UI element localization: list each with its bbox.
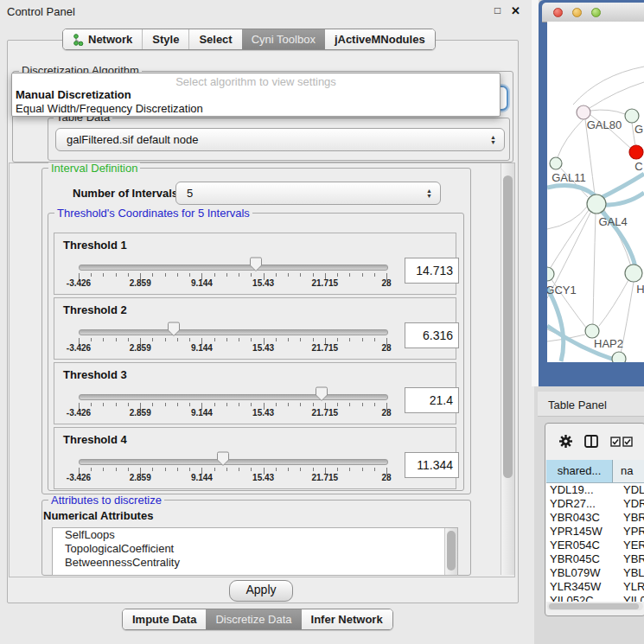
numerical-attributes-list[interactable]: SelfLoopsTopologicalCoefficientBetweenne… [52, 527, 458, 576]
slider-track[interactable] [79, 459, 388, 465]
threshold-panel-1: Threshold 1-3.4262.8599.14415.4321.71528… [54, 233, 456, 295]
table-cell-name[interactable]: YPR1 [615, 525, 644, 539]
bottom-tab-infer-network[interactable]: Infer Network [302, 609, 392, 629]
tab-cyni-toolbox[interactable]: Cyni Toolbox [242, 29, 325, 49]
table-data-combobox-value: galFiltered.sif default node [67, 133, 198, 146]
slider-handle[interactable] [167, 322, 181, 337]
settings-scrollbar-thumb[interactable] [503, 175, 513, 478]
table-cell-shared-name[interactable]: YPR145W [546, 525, 615, 539]
tab-network[interactable]: Network [63, 29, 142, 49]
network-node-h[interactable] [625, 265, 642, 282]
slider-tick-label: 2.859 [130, 408, 151, 418]
table-row[interactable]: YBR045CYBR0 [546, 552, 644, 566]
table-row[interactable]: YDR27...YDR2 [546, 497, 644, 511]
bottom-tab-discretize-data[interactable]: Discretize Data [206, 609, 301, 629]
apply-button[interactable]: Apply [229, 580, 293, 602]
network-node-c[interactable] [629, 145, 643, 159]
attribute-list-item[interactable]: BetweennessCentrality [53, 556, 457, 570]
table-cell-shared-name[interactable]: YER054C [546, 539, 615, 552]
table-cell-name[interactable]: YDL1 [615, 483, 644, 497]
table-row[interactable]: YIL052CYIL0 [546, 594, 644, 602]
network-node-g[interactable] [625, 109, 639, 123]
attributes-list-scrollbar[interactable] [444, 528, 457, 575]
network-edge-thick[interactable] [547, 288, 564, 361]
table-cell-name[interactable]: YLR3 [615, 580, 644, 594]
network-edge-thick[interactable] [547, 186, 596, 196]
table-row[interactable]: YLR345WYLR3 [546, 580, 644, 594]
table-cell-shared-name[interactable]: YLR345W [546, 580, 615, 594]
network-edge[interactable] [590, 82, 644, 108]
table-cell-shared-name[interactable]: YDL19... [546, 483, 615, 497]
network-node-gcy1[interactable] [547, 267, 554, 281]
tab-style[interactable]: Style [142, 29, 188, 49]
attributes-list-scrollbar-thumb[interactable] [447, 531, 456, 571]
threshold-value-field[interactable]: 11.344 [405, 452, 459, 478]
network-edge[interactable] [547, 205, 589, 229]
network-edge[interactable] [590, 110, 625, 114]
network-node-hap2[interactable] [585, 324, 599, 338]
table-cell-name[interactable]: YBR0 [615, 552, 644, 566]
network-edge[interactable] [593, 214, 596, 324]
checkbox-checked-icon[interactable] [622, 437, 633, 447]
attribute-list-item[interactable]: TopologicalCoefficient [53, 542, 457, 556]
slider-handle[interactable] [216, 451, 230, 467]
table-horizontal-scrollbar[interactable] [547, 603, 643, 610]
settings-vertical-scrollbar[interactable] [501, 163, 514, 575]
algorithm-option-0[interactable]: Manual Discretization [12, 88, 500, 102]
table-cell-shared-name[interactable]: YBL079W [546, 566, 615, 580]
split-pane-icon[interactable] [584, 435, 598, 448]
tab-jactivemnodules[interactable]: jActiveMNodules [325, 29, 435, 49]
gear-icon[interactable] [558, 434, 573, 449]
network-edge[interactable] [558, 119, 583, 157]
network-node-gal80[interactable] [577, 105, 590, 119]
tab-select[interactable]: Select [188, 29, 241, 49]
threshold-value-field[interactable]: 21.4 [405, 387, 459, 413]
table-cell-name[interactable]: YER0 [615, 539, 644, 552]
table-data-combobox[interactable]: galFiltered.sif default node ▲▼ [55, 128, 505, 151]
slider-tick [152, 338, 153, 341]
slider-track[interactable] [79, 265, 388, 271]
checkbox-checked-icon[interactable] [610, 437, 621, 447]
number-of-intervals-combobox[interactable]: 5 ▲▼ [175, 182, 441, 205]
table-column-header-shared[interactable]: shared... [546, 460, 613, 482]
table-cell-shared-name[interactable]: YBR045C [546, 552, 615, 566]
threshold-value-field[interactable]: 6.316 [405, 322, 459, 348]
table-row[interactable]: YDL19...YDL1 [546, 483, 644, 497]
slider-tick-label: 15.43 [252, 343, 274, 353]
table-cell-shared-name[interactable]: YDR27... [546, 497, 615, 511]
mac-zoom-icon[interactable] [591, 8, 601, 17]
table-cell-shared-name[interactable]: YIL052C [546, 594, 615, 602]
slider-handle[interactable] [249, 257, 263, 272]
network-node[interactable] [612, 352, 626, 362]
table-column-header-name[interactable]: na [613, 460, 644, 482]
slider-track[interactable] [79, 329, 388, 335]
table-row[interactable]: YER054CYER0 [546, 539, 644, 552]
slider-handle[interactable] [315, 386, 328, 402]
bottom-tab-impute-data[interactable]: Impute Data [123, 609, 206, 629]
network-edge[interactable] [599, 280, 628, 326]
table-row[interactable]: YPR145WYPR1 [546, 525, 644, 539]
table-cell-shared-name[interactable]: YBR043C [546, 511, 615, 525]
network-edge[interactable] [550, 210, 589, 269]
float-window-icon[interactable]: □ [494, 4, 501, 16]
table-cell-name[interactable]: YBR0 [615, 511, 644, 525]
close-icon[interactable]: ✕ [511, 4, 520, 17]
table-hscrollbar-thumb[interactable] [549, 603, 639, 609]
network-canvas[interactable]: GAL80GCGAL11GAL4GCY1HHAP2 [547, 22, 644, 362]
mac-close-icon[interactable] [553, 8, 563, 17]
network-node-gal4[interactable] [587, 194, 606, 214]
table-row[interactable]: YBR043CYBR0 [546, 511, 644, 525]
slider-track[interactable] [79, 394, 388, 400]
network-window-titlebar[interactable] [542, 3, 644, 22]
table-cell-name[interactable]: YBL0 [615, 566, 644, 580]
attribute-list-item[interactable]: SelfLoops [53, 528, 457, 542]
threshold-value-field[interactable]: 14.713 [405, 258, 459, 284]
table-cell-name[interactable]: YDR2 [615, 497, 644, 511]
table-row[interactable]: YBL079WYBL0 [546, 566, 644, 580]
table-cell-name[interactable]: YIL0 [615, 594, 644, 602]
network-node-gal11[interactable] [550, 157, 562, 169]
node-attribute-table[interactable]: shared... na YDL19...YDL1YDR27...YDR2YBR… [546, 460, 644, 602]
slider-tick [288, 338, 289, 341]
algorithm-option-1[interactable]: Equal Width/Frequency Discretization [12, 102, 500, 116]
mac-minimize-icon[interactable] [572, 8, 582, 17]
